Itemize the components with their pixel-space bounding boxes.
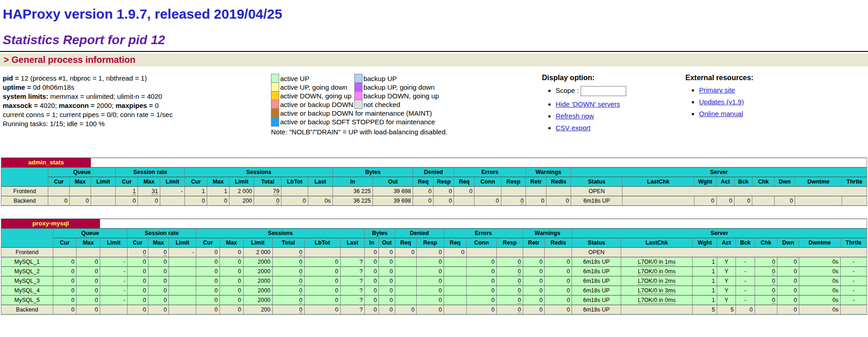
cell-wretr: 0: [523, 295, 545, 305]
col-econ: Conn: [475, 177, 501, 186]
status-legend: active UPbackup UPactive UP, going downb…: [271, 74, 542, 136]
col-qcur: Cur: [48, 177, 70, 186]
cell-rmax: 0: [148, 257, 169, 266]
col-act: Act: [716, 177, 734, 186]
group-server: Server: [572, 228, 867, 238]
haproxy-home-link[interactable]: HAProxy version 1.9.7, released 2019/04/…: [3, 6, 282, 21]
col-lbtot: LbTot: [281, 177, 308, 186]
display-option-link-1[interactable]: Refresh now: [556, 112, 594, 120]
cell-dwntme: 0s: [799, 305, 840, 314]
cell-rmax: 0: [148, 247, 169, 257]
cell-wredis: 0: [545, 266, 572, 276]
legend-label-backup-down-going-up: backup DOWN, going up: [362, 92, 439, 100]
table-title-row: admin_stats: [1, 158, 867, 167]
cell-chk: 0: [755, 257, 777, 266]
cell-bout: 0: [379, 286, 395, 295]
cell-status: 6m18s UP: [572, 257, 621, 266]
cell-dwn: 0: [777, 295, 799, 305]
cell-chk: 0: [755, 295, 777, 305]
cell-ereq: [454, 196, 475, 205]
table-row-mysql_1: MySQL_100-0000200000?00000006m18s UPL7OK…: [1, 257, 867, 266]
cell-lastchk: L7OK/0 in 2ms: [621, 276, 692, 286]
col-wredis: Redis: [546, 177, 571, 186]
column-group-header: QueueSession rateSessionsBytesDeniedErro…: [1, 228, 867, 238]
legend-label-backup-up-going-down: backup UP, going down: [362, 83, 439, 92]
col-wredis: Redis: [545, 238, 572, 247]
cell-ereq: 0: [454, 186, 475, 196]
table-row-mysql_5: MySQL_500-0000200000?00000006m18s UPL7OK…: [1, 295, 867, 305]
cell-scur: 0: [196, 257, 220, 266]
cell-last: 0s: [308, 196, 332, 205]
cell-rcur: 0: [128, 286, 148, 295]
cell-dreq: [395, 257, 417, 266]
col-bin: In: [333, 177, 373, 186]
cell-qcur: 0: [53, 276, 77, 286]
cell-bin: 0: [365, 295, 379, 305]
cell-wretr: 0: [523, 266, 545, 276]
cell-scur: 0: [196, 305, 220, 314]
cell-status: 6m18s UP: [572, 305, 621, 314]
cell-slim: 200: [229, 196, 254, 205]
col-dreq: Req: [395, 238, 417, 247]
external-resource-link-0[interactable]: Primary site: [699, 86, 735, 94]
col-dwntme: Dwntme: [799, 238, 840, 247]
stats-table-block-proxy-mysql: proxy-mysqlQueueSession rateSessionsByte…: [1, 219, 867, 315]
cell-qcur: 0: [53, 295, 77, 305]
scope-input[interactable]: [581, 86, 626, 96]
display-option-link-2[interactable]: CSV export: [556, 124, 591, 132]
col-eresp: Resp: [496, 238, 523, 247]
col-last: Last: [308, 177, 332, 186]
process-info-line: Running tasks: 1/15; idle = 100 %: [3, 119, 271, 128]
cell-rmax: 0: [148, 295, 169, 305]
external-resource-link-2[interactable]: Online manual: [699, 110, 743, 117]
col-lastchk: LastChk: [623, 177, 694, 186]
cell-status: 6m18s UP: [572, 295, 621, 305]
cell-rlim: [169, 266, 196, 276]
cell-bout: 39 698: [373, 196, 413, 205]
cell-dwntme: 0s: [799, 257, 840, 266]
col-dwntme: Dwntme: [795, 177, 842, 186]
cell-qmax: 0: [77, 286, 100, 295]
table-row-frontend: Frontend00-002 000000000OPEN: [1, 247, 867, 257]
report-title: Statistics Report for pid 12: [3, 33, 868, 47]
col-dresp: Resp: [434, 177, 454, 186]
cell-scur: 1: [185, 186, 207, 196]
cell-bin: 0: [365, 286, 379, 295]
cell-rmax: 0: [138, 196, 160, 205]
cell-stot: 0: [272, 276, 304, 286]
cell-bin: 0: [365, 247, 379, 257]
cell-thrtle: -: [840, 276, 867, 286]
cell-econ: 0: [466, 257, 496, 266]
cell-scur: 0: [196, 266, 220, 276]
cell-qmax: 0: [70, 196, 91, 205]
col-ereq: Req: [454, 177, 475, 186]
col-lastchk: LastChk: [621, 238, 692, 247]
cell-dreq: [395, 276, 417, 286]
proxy-name-proxy-mysql[interactable]: proxy-mysql: [1, 219, 100, 228]
col-qcur: Cur: [53, 238, 77, 247]
display-option-link-0[interactable]: Hide 'DOWN' servers: [556, 100, 620, 108]
cell-stot: 0: [254, 196, 281, 205]
cell-lbtot: 0: [304, 266, 340, 276]
cell-bout: 0: [379, 266, 395, 276]
col-ereq: Req: [444, 238, 467, 247]
cell-rmax: 31: [138, 186, 160, 196]
col-wght: Wght: [693, 238, 717, 247]
legend-note: Note: "NOLB"/"DRAIN" = UP with load-bala…: [271, 128, 542, 136]
col-stot: Total: [254, 177, 281, 186]
cell-ereq: [444, 286, 467, 295]
stats-tables: admin_statsQueueSession rateSessionsByte…: [0, 158, 868, 315]
cell-act: 0: [716, 196, 734, 205]
proxy-name-admin_stats[interactable]: admin_stats: [1, 158, 91, 167]
external-resource-link-1[interactable]: Updates (v1.9): [699, 98, 744, 106]
cell-lbtot: 0: [304, 257, 340, 266]
col-slim: Limit: [243, 238, 272, 247]
legend-row: active or backup DOWNnot checked: [271, 100, 440, 109]
cell-smax: 0: [220, 295, 243, 305]
legend-swatch-maint: [271, 109, 279, 118]
cell-qlim: [100, 247, 128, 257]
cell-dresp: 0: [417, 247, 444, 257]
cell-wretr: 0: [523, 305, 545, 314]
cell-qcur: [53, 247, 77, 257]
cell-dresp: 0: [417, 286, 444, 295]
